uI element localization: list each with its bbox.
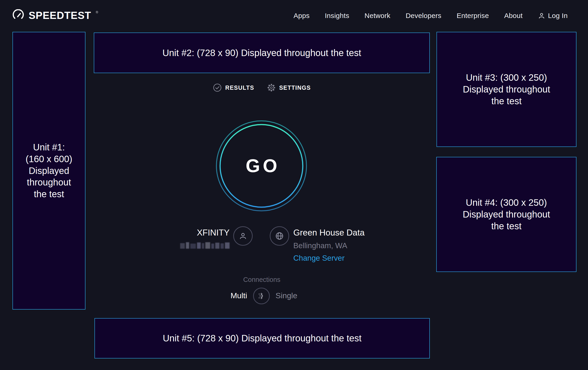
- nav-item-developers[interactable]: Developers: [406, 12, 441, 20]
- ad-unit-1-text: Unit #1: (160 x 600) Displayed throughou…: [26, 141, 72, 200]
- ad-unit-3[interactable]: Unit #3: (300 x 250) Displayed throughou…: [437, 32, 577, 147]
- user-icon: [538, 12, 545, 19]
- trademark-mark: ®: [96, 10, 98, 14]
- logo-text: SPEEDTEST: [29, 10, 91, 20]
- login-button[interactable]: Log In: [538, 12, 568, 20]
- isp-person-icon: [233, 226, 253, 246]
- isp-name[interactable]: XFINITY: [162, 228, 230, 238]
- nav-item-about[interactable]: About: [504, 12, 523, 20]
- view-tabs: RESULTS SETTINGS: [94, 83, 430, 92]
- server-location: Bellingham, WA: [293, 241, 347, 250]
- check-circle-icon: [213, 83, 222, 92]
- ad-unit-4[interactable]: Unit #4: (300 x 250) Displayed throughou…: [436, 157, 577, 272]
- connections-label: Connections: [94, 276, 430, 283]
- tab-results[interactable]: RESULTS: [213, 83, 254, 92]
- nav-item-enterprise[interactable]: Enterprise: [457, 12, 489, 20]
- nav-item-apps[interactable]: Apps: [294, 12, 310, 20]
- connections-toggle[interactable]: [253, 288, 270, 304]
- speedtest-page: SPEEDTEST ® Apps Insights Network Develo…: [0, 0, 588, 370]
- ad-unit-5[interactable]: Unit #5: (728 x 90) Displayed throughout…: [94, 318, 430, 359]
- isp-ip-redacted: [180, 242, 230, 249]
- ad-unit-4-text: Unit #4: (300 x 250) Displayed throughou…: [462, 197, 550, 232]
- nav-item-insights[interactable]: Insights: [325, 12, 349, 20]
- gauge-icon: [12, 9, 24, 22]
- ad-unit-1[interactable]: Unit #1: (160 x 600) Displayed throughou…: [12, 32, 85, 310]
- settings-tab-label: SETTINGS: [279, 84, 311, 91]
- nav-item-network[interactable]: Network: [364, 12, 390, 20]
- server-name[interactable]: Green House Data: [293, 228, 365, 238]
- top-nav: SPEEDTEST ® Apps Insights Network Develo…: [0, 0, 588, 31]
- ad-unit-5-text: Unit #5: (728 x 90) Displayed throughout…: [163, 332, 362, 344]
- ad-unit-2-text: Unit #2: (728 x 90) Displayed throughout…: [162, 47, 361, 59]
- connections-single-option[interactable]: Single: [275, 291, 297, 300]
- nav-links: Apps Insights Network Developers Enterpr…: [294, 0, 568, 31]
- go-button[interactable]: GO: [215, 120, 308, 212]
- ad-unit-2[interactable]: Unit #2: (728 x 90) Displayed throughout…: [94, 32, 430, 73]
- server-globe-icon: [270, 226, 289, 246]
- go-label: GO: [215, 120, 308, 212]
- gear-icon: [267, 83, 276, 92]
- login-label: Log In: [548, 12, 568, 20]
- ad-unit-3-text: Unit #3: (300 x 250) Displayed throughou…: [463, 72, 550, 107]
- change-server-link[interactable]: Change Server: [293, 254, 345, 262]
- tab-settings[interactable]: SETTINGS: [267, 83, 311, 92]
- results-tab-label: RESULTS: [225, 84, 254, 91]
- connections-multi-option[interactable]: Multi: [208, 291, 247, 300]
- speedtest-logo[interactable]: SPEEDTEST ®: [12, 9, 98, 22]
- multi-arrows-icon: [256, 291, 266, 301]
